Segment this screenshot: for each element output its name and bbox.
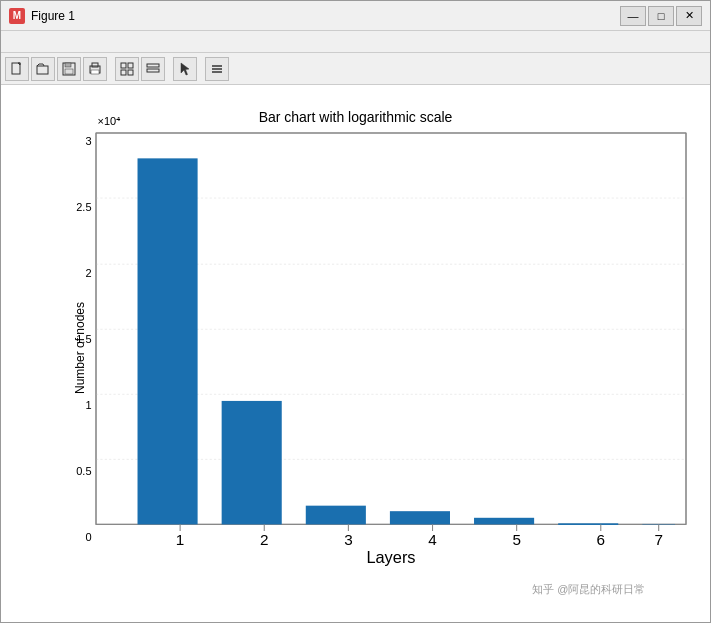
bar-4 (389, 511, 449, 524)
svg-rect-10 (128, 63, 133, 68)
svg-rect-2 (37, 66, 48, 74)
svg-rect-8 (91, 70, 99, 74)
svg-rect-12 (128, 70, 133, 75)
svg-rect-5 (65, 69, 73, 74)
chart-inner: Number of nodes 0 0.5 1 1.5 2 2.5 3 (26, 133, 686, 563)
y-ticks: 0 0.5 1 1.5 2 2.5 3 (76, 133, 95, 563)
app-icon: M (9, 8, 25, 24)
y-tick-15: 1.5 (76, 333, 91, 345)
window-controls: — □ ✕ (620, 6, 702, 26)
y-tick-05: 0.5 (76, 465, 91, 477)
open-button[interactable] (31, 57, 55, 81)
svg-rect-0 (12, 63, 20, 74)
chart-container: Bar chart with logarithmic scale Number … (26, 109, 686, 599)
svg-marker-15 (181, 63, 189, 75)
svg-rect-13 (147, 64, 159, 67)
main-window: M Figure 1 — □ ✕ (0, 0, 711, 623)
y-axis-wrapper: Number of nodes 0 0.5 1 1.5 2 2.5 3 (26, 133, 96, 563)
chart-svg: 1 2 3 4 5 6 7 Layers (96, 133, 686, 563)
watermark: 知乎 @阿昆的科研日常 (532, 582, 645, 597)
svg-text:3: 3 (344, 531, 353, 548)
menu-bar (1, 31, 710, 53)
y-tick-25: 2.5 (76, 201, 91, 213)
window-title: Figure 1 (31, 9, 620, 23)
svg-rect-14 (147, 69, 159, 72)
minimize-button[interactable]: — (620, 6, 646, 26)
svg-text:7: 7 (654, 531, 663, 548)
y-tick-2: 2 (85, 267, 91, 279)
svg-text:2: 2 (260, 531, 269, 548)
toolbar-separator-1 (109, 57, 113, 81)
svg-text:1: 1 (175, 531, 184, 548)
scale-note: ×10⁴ (98, 115, 121, 128)
close-button[interactable]: ✕ (676, 6, 702, 26)
bar-2 (221, 400, 281, 523)
cursor-button[interactable] (173, 57, 197, 81)
y-tick-3: 3 (85, 135, 91, 147)
bar-5 (474, 517, 534, 524)
chart-area: Bar chart with logarithmic scale Number … (1, 85, 710, 622)
toolbar-separator-3 (199, 57, 203, 81)
svg-text:Layers: Layers (366, 547, 415, 565)
new-button[interactable] (5, 57, 29, 81)
chart-body: ×10⁴ (96, 133, 686, 563)
svg-rect-4 (65, 63, 71, 67)
toolbar-separator-2 (167, 57, 171, 81)
svg-rect-11 (121, 70, 126, 75)
svg-rect-9 (121, 63, 126, 68)
chart-title: Bar chart with logarithmic scale (26, 109, 686, 125)
svg-text:6: 6 (596, 531, 605, 548)
view1-button[interactable] (115, 57, 139, 81)
view2-button[interactable] (141, 57, 165, 81)
save-button[interactable] (57, 57, 81, 81)
bar-6 (558, 523, 618, 525)
menu-icon-button[interactable] (205, 57, 229, 81)
toolbar (1, 53, 710, 85)
y-tick-0: 0 (85, 531, 91, 543)
svg-text:5: 5 (512, 531, 521, 548)
print-button[interactable] (83, 57, 107, 81)
svg-text:4: 4 (428, 531, 437, 548)
bar-3 (305, 505, 365, 524)
title-bar: M Figure 1 — □ ✕ (1, 1, 710, 31)
y-tick-1: 1 (85, 399, 91, 411)
maximize-button[interactable]: □ (648, 6, 674, 26)
bar-1 (137, 158, 197, 524)
